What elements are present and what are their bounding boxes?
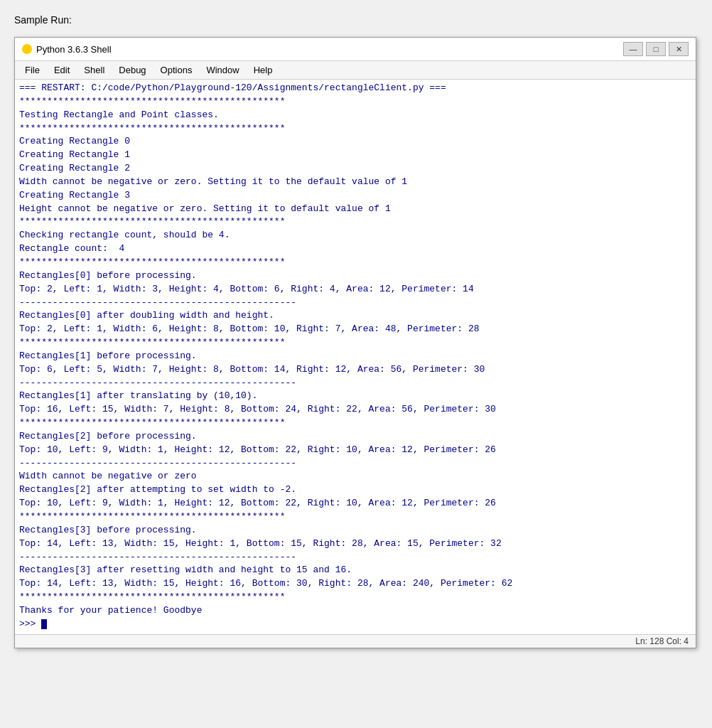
shell-prompt: >>>	[19, 619, 41, 629]
maximize-button[interactable]: □	[646, 42, 666, 56]
menu-options[interactable]: Options	[153, 63, 200, 77]
shell-output[interactable]: === RESTART: C:/code/Python/Playground-1…	[15, 80, 696, 634]
shell-text: === RESTART: C:/code/Python/Playground-1…	[19, 82, 691, 631]
close-button[interactable]: ✕	[669, 42, 689, 56]
menu-edit[interactable]: Edit	[47, 63, 77, 77]
title-bar: Python 3.6.3 Shell — □ ✕	[15, 38, 696, 61]
menu-help[interactable]: Help	[247, 63, 280, 77]
menu-shell[interactable]: Shell	[77, 63, 112, 77]
window-title: Python 3.6.3 Shell	[36, 44, 623, 55]
menu-bar: File Edit Shell Debug Options Window Hel…	[15, 61, 696, 80]
minimize-button[interactable]: —	[623, 42, 643, 56]
shell-cursor	[41, 619, 47, 629]
python-icon	[22, 44, 32, 54]
menu-window[interactable]: Window	[199, 63, 246, 77]
status-bar: Ln: 128 Col: 4	[15, 634, 696, 648]
page-label: Sample Run:	[14, 14, 698, 26]
python-shell-window: Python 3.6.3 Shell — □ ✕ File Edit Shell…	[14, 37, 696, 648]
menu-debug[interactable]: Debug	[112, 63, 153, 77]
menu-file[interactable]: File	[18, 63, 47, 77]
window-controls: — □ ✕	[623, 42, 689, 56]
